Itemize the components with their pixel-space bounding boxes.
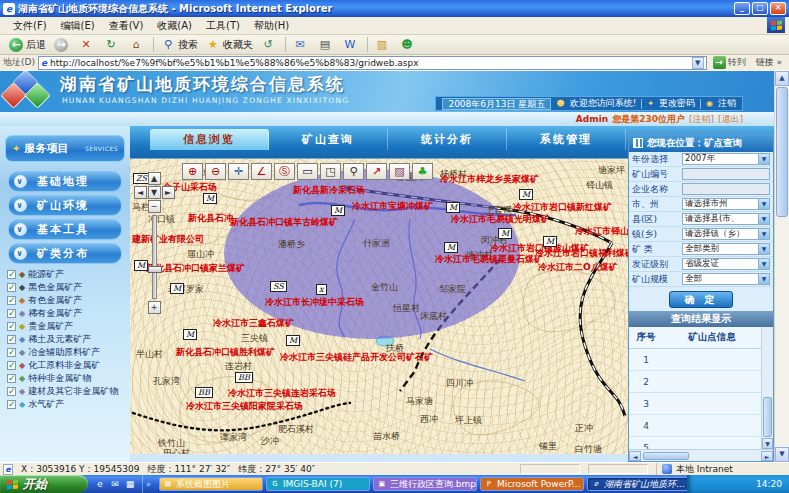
tab[interactable]: 系统管理 (507, 129, 626, 150)
map-marker[interactable]: M (331, 205, 345, 216)
layers-tool[interactable]: ♣ (412, 163, 433, 180)
identify-tool[interactable]: ⚲ (343, 163, 364, 180)
sidebar-accordion-button[interactable]: ∨ 基本工具 (8, 219, 122, 240)
field-control[interactable]: 请选择县(市、 (682, 213, 770, 225)
results-horizontal-scrollbar[interactable]: ◄ ► (629, 449, 773, 461)
change-password-link[interactable]: 更改密码 (659, 97, 695, 110)
toolbar-button[interactable] (153, 37, 154, 52)
layer-item[interactable]: ✓ ◆ 化工原料非金属矿 (7, 359, 130, 371)
map-marker[interactable]: M (183, 329, 197, 340)
layer-checkbox[interactable]: ✓ (7, 387, 16, 396)
favorites-button[interactable]: ★ 收藏夹 (202, 37, 257, 53)
layer-item[interactable]: ✓ ◆ 水气矿产 (7, 398, 130, 410)
table-row[interactable]: 1 (629, 349, 761, 371)
mine-label[interactable]: 新化县石冲口镇羊古岭煤矿 (230, 216, 338, 229)
dropdown-arrow-icon[interactable] (758, 259, 769, 269)
stop-tool[interactable]: Ⓢ (274, 163, 295, 180)
scroll-right-icon[interactable]: ► (761, 451, 773, 461)
tray-network-icon[interactable] (732, 480, 741, 489)
sidebar-accordion-button[interactable]: ∨ 基础地理 (8, 171, 122, 192)
tray-input-icon[interactable] (744, 480, 753, 489)
pan-right-button[interactable]: ► (162, 186, 175, 199)
map-marker[interactable]: SS (270, 281, 287, 292)
menu-item[interactable]: 收藏(A) (150, 18, 199, 34)
pan-up-button[interactable]: ▲ (148, 172, 161, 185)
folder-button[interactable]: ▥ (371, 37, 396, 53)
layer-checkbox[interactable]: ✓ (7, 374, 16, 383)
mine-label[interactable]: 冷水江市三尖镇连岩采石场 (228, 387, 336, 400)
tray-volume-icon[interactable] (708, 480, 717, 489)
layer-checkbox[interactable]: ✓ (7, 335, 16, 344)
mine-label[interactable]: 冷水江市毛易镇栗曼石煤矿 (435, 253, 543, 266)
logout-link[interactable]: 注销 (718, 97, 736, 110)
zoom-box-tool[interactable]: ▭ (297, 163, 318, 180)
layer-checkbox[interactable]: ✓ (7, 283, 16, 292)
back-button[interactable]: ← 后退 (5, 37, 50, 53)
layer-checkbox[interactable]: ✓ (7, 322, 16, 331)
start-button[interactable]: 开始 (0, 475, 88, 493)
zoom-in-tool[interactable]: ⊕ (182, 163, 203, 180)
map-viewport[interactable]: 金子山采石场新化县新冷采石场冷水江市梓龙乡吴家煤矿冷水江市宝塘冲煤矿新化县石冲新… (130, 158, 628, 454)
toolbar-button[interactable] (367, 37, 368, 52)
field-control[interactable]: 2007年 (682, 153, 770, 165)
sidebar-accordion-button[interactable]: ∨ 矿类分布 (8, 243, 122, 264)
tray-antivirus-icon[interactable] (720, 480, 729, 489)
quicklaunch-desktop-icon[interactable]: ▦ (124, 478, 136, 490)
dropdown-arrow-icon[interactable] (758, 274, 769, 284)
layer-item[interactable]: ✓ ◆ 冶金辅助原料矿产 (7, 346, 130, 358)
table-row[interactable]: 4 (629, 415, 761, 437)
mine-label[interactable]: 新化县新冷采石场 (293, 184, 365, 197)
dropdown-arrow-icon[interactable] (758, 244, 769, 254)
field-control[interactable]: 全部类别 (682, 243, 770, 255)
hotlink-tool[interactable]: ↗ (366, 163, 387, 180)
go-button[interactable]: → 转到 (710, 56, 749, 69)
scrollbar-thumb[interactable] (643, 452, 689, 460)
print-button[interactable]: ▤ (314, 37, 339, 53)
layer-item[interactable]: ✓ ◆ 特种非金属矿物 (7, 372, 130, 384)
field-control[interactable]: 省级发证 (682, 258, 770, 270)
field-control[interactable] (682, 183, 770, 195)
close-button[interactable]: ✕ (770, 2, 786, 15)
menu-item[interactable]: 文件(F) (6, 18, 54, 34)
mine-label[interactable]: 冷水江市三鑫石煤矿 (213, 317, 294, 330)
tab[interactable]: 统计分析 (388, 129, 507, 150)
refresh-button[interactable]: ↻ (100, 37, 125, 53)
map-marker[interactable]: M (498, 228, 512, 239)
logout-bracket-link[interactable]: [注销] (689, 113, 714, 126)
stop-button[interactable]: ✕ (75, 37, 100, 53)
home-button[interactable]: ⌂ (125, 37, 150, 53)
mine-label[interactable]: 冷水江市三尖镇硅产品开发公司矿石矿 (280, 351, 433, 364)
exit-bracket-link[interactable]: [退出] (718, 113, 743, 126)
dropdown-arrow-icon[interactable] (758, 199, 769, 209)
mine-label[interactable]: 冷水江市二O八煤矿 (538, 261, 618, 274)
layer-checkbox[interactable]: ✓ (7, 361, 16, 370)
table-row[interactable]: 5 (629, 437, 761, 449)
layer-item[interactable]: ✓ ◆ 能源矿产 (7, 268, 130, 280)
select-box-tool[interactable]: ◳ (320, 163, 341, 180)
map-marker[interactable]: M (543, 236, 557, 247)
measure-tool[interactable]: ∠ (251, 163, 272, 180)
dropdown-arrow-icon[interactable] (758, 154, 769, 164)
scrollbar-thumb[interactable] (763, 397, 772, 437)
pan-tool[interactable]: ✛ (228, 163, 249, 180)
map-marker[interactable]: M (203, 193, 217, 204)
zoom-in-slider-button[interactable]: + (148, 301, 161, 314)
scroll-down-icon[interactable]: ▼ (762, 438, 773, 449)
map-marker[interactable]: M (444, 242, 458, 253)
layer-checkbox[interactable]: ✓ (7, 309, 16, 318)
layer-item[interactable]: ✓ ◆ 贵金属矿产 (7, 320, 130, 332)
menu-item[interactable]: 查看(V) (102, 18, 151, 34)
layer-checkbox[interactable]: ✓ (7, 400, 16, 409)
menu-item[interactable]: 编辑(E) (54, 18, 102, 34)
toolbar-button[interactable] (285, 37, 286, 52)
table-row[interactable]: 3 (629, 393, 761, 415)
layer-checkbox[interactable]: ✓ (7, 296, 16, 305)
layer-checkbox[interactable]: ✓ (7, 348, 16, 357)
pan-left-button[interactable]: ◄ (134, 186, 147, 199)
mail-button[interactable]: ✉ (289, 37, 314, 53)
scroll-left-icon[interactable]: ◄ (629, 451, 641, 461)
layer-item[interactable]: ✓ ◆ 稀有金属矿产 (7, 307, 130, 319)
maximize-button[interactable]: □ (752, 2, 768, 15)
layer-checkbox[interactable]: ✓ (7, 270, 16, 279)
search-button[interactable]: ⚲ 搜索 (157, 37, 202, 53)
